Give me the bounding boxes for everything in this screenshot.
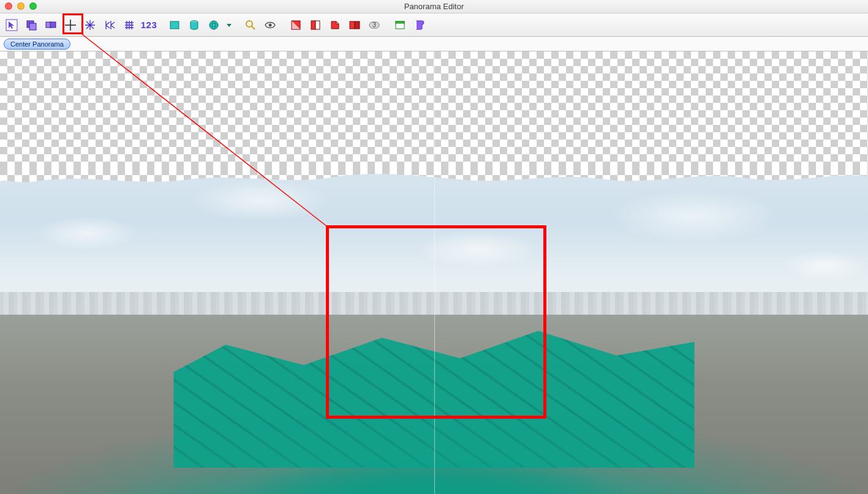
orbit-icon [84,19,96,31]
dropdown-icon [226,22,232,28]
zoom-tool[interactable] [241,16,260,34]
window-title: Panorama Editor [0,0,868,13]
help-icon [413,19,426,31]
sphere-projection-tool[interactable] [205,16,223,34]
mask-tool-2[interactable] [306,16,325,34]
straighten-tool[interactable] [100,16,119,34]
crop-projection-tool[interactable] [165,16,184,34]
move-group-tool[interactable] [42,16,60,34]
mask-tool-3[interactable] [326,16,344,34]
preview-toggle[interactable] [261,16,279,34]
annotation-canvas-highlight [326,225,546,419]
svg-point-7 [89,24,91,26]
secondary-toolbar: Center Panorama [0,37,868,51]
help-button[interactable] [410,16,429,34]
mask-count-indicator[interactable]: 3 [365,16,383,34]
mask-tool-1[interactable] [287,16,305,34]
numbers-icon: 123 [138,20,160,30]
svg-rect-19 [350,21,355,29]
svg-rect-18 [315,21,320,29]
mask-dual-icon [349,19,361,31]
cylinder-projection-tool[interactable] [185,16,203,34]
mask-count-badge: 3 [372,21,376,28]
mask-red-icon [290,19,302,31]
svg-rect-4 [50,22,56,28]
numbers-toggle[interactable]: 123 [140,16,158,34]
level-icon [123,19,135,31]
main-toolbar: 123 [0,13,868,37]
svg-rect-20 [355,21,360,29]
svg-point-15 [269,23,272,26]
svg-rect-17 [311,21,315,29]
center-panorama-button[interactable]: Center Panorama [4,39,70,50]
cylinder-icon [188,19,200,31]
mask-split-icon [309,19,322,31]
svg-point-13 [246,21,252,27]
svg-rect-23 [396,21,404,23]
preview-icon [264,19,276,31]
pointer-icon [6,19,18,31]
move-image-tool[interactable] [22,16,40,34]
window-icon [394,19,406,31]
mask-fold-icon [329,19,341,31]
svg-rect-2 [29,23,36,30]
svg-point-10 [209,21,218,29]
center-panorama-tool[interactable] [61,16,80,34]
center-panorama-icon [64,19,77,31]
zoom-icon [244,19,257,31]
move-group-icon [45,19,57,31]
titlebar: Panorama Editor [0,0,868,13]
pointer-tool[interactable] [2,16,21,34]
detail-window-button[interactable] [391,16,409,34]
sphere-icon [208,19,220,31]
orbit-tool[interactable] [81,16,99,34]
svg-line-14 [252,26,255,29]
mask-tool-4[interactable] [345,16,364,34]
level-tool[interactable] [120,16,138,34]
crop-icon [168,19,181,31]
svg-rect-8 [170,21,179,29]
straighten-icon [104,19,116,31]
projection-dropdown[interactable] [224,16,234,34]
move-image-icon [25,19,37,31]
